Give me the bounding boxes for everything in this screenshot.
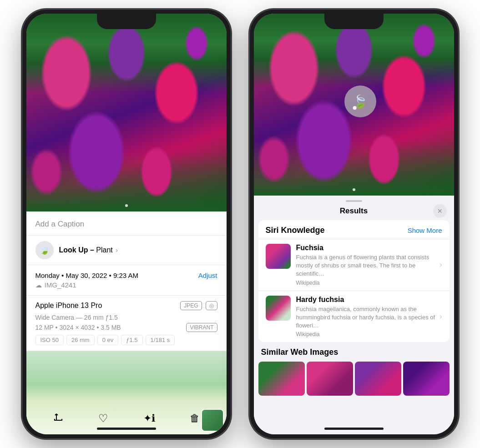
page-dot bbox=[125, 204, 128, 207]
similar-images-row bbox=[258, 362, 450, 396]
camera-info: Wide Camera — 26 mm ƒ1.5 bbox=[35, 314, 217, 321]
notch bbox=[97, 14, 156, 29]
vibrant-badge: VIBRANT bbox=[186, 323, 217, 332]
lookup-plain: Plant bbox=[96, 246, 112, 254]
siri-header: Siri Knowledge Show More bbox=[258, 220, 450, 239]
similar-image-2[interactable] bbox=[307, 362, 353, 396]
photo-area[interactable] bbox=[26, 14, 227, 211]
meta-section: Monday • May 30, 2022 • 9:23 AM Adjust ☁… bbox=[26, 265, 227, 296]
siri-knowledge-section: Siri Knowledge Show More Fuchsia Fuchsia… bbox=[258, 220, 450, 342]
phone-1-content: Add a Caption 🍃 Look Up – Plant › bbox=[26, 14, 227, 434]
resolution-info: 12 MP • 3024 × 4032 • 3.5 MB bbox=[35, 324, 121, 331]
fuchsia-title: Fuchsia bbox=[296, 244, 442, 252]
results-title: Results bbox=[340, 206, 368, 216]
notch-2 bbox=[324, 14, 384, 29]
device-section: Apple iPhone 13 Pro JPEG ◎ Wide Camera —… bbox=[26, 296, 227, 351]
results-header: Results ✕ bbox=[254, 202, 454, 220]
device-name: Apple iPhone 13 Pro bbox=[35, 302, 102, 310]
lookup-row[interactable]: 🍃 Look Up – Plant › bbox=[26, 236, 227, 265]
photo-area-2[interactable]: 🍃 bbox=[254, 14, 454, 196]
photo-date: Monday • May 30, 2022 • 9:23 AM bbox=[35, 272, 138, 279]
page-dot-2 bbox=[353, 188, 355, 191]
fuchsia-item[interactable]: Fuchsia Fuchsia is a genus of flowering … bbox=[258, 239, 450, 291]
hardy-text: Hardy fuchsia Fuchsia magellanica, commo… bbox=[296, 296, 442, 338]
lookup-dot bbox=[353, 106, 356, 110]
phone-2-screen: 🍃 Results ✕ bbox=[254, 14, 454, 434]
siri-title: Siri Knowledge bbox=[266, 226, 325, 235]
filename: IMG_4241 bbox=[45, 281, 76, 289]
focal-length: 26 mm bbox=[66, 335, 95, 345]
delete-button[interactable]: 🗑 bbox=[190, 413, 200, 424]
caption-area[interactable]: Add a Caption bbox=[26, 211, 227, 236]
lookup-label: Look Up – Plant › bbox=[59, 246, 118, 254]
hardy-source: Wikipedia bbox=[296, 331, 442, 337]
exif-row: ISO 50 26 mm 0 ev ƒ1.5 1/181 s bbox=[35, 335, 217, 345]
caption-placeholder[interactable]: Add a Caption bbox=[35, 220, 85, 228]
cloud-icon: ☁ bbox=[35, 282, 42, 289]
similar-section: Similar Web Images bbox=[254, 347, 454, 400]
fuchsia-thumbnail bbox=[266, 244, 291, 269]
show-more-button[interactable]: Show More bbox=[408, 227, 442, 234]
hardy-thumbnail bbox=[266, 296, 291, 321]
shutter-speed: 1/181 s bbox=[146, 335, 175, 345]
aperture-value: ƒ1.5 bbox=[121, 335, 142, 345]
favorite-button[interactable]: ♡ bbox=[98, 412, 108, 425]
phone-1: Add a Caption 🍃 Look Up – Plant › bbox=[22, 9, 231, 439]
iso-value: ISO 50 bbox=[35, 335, 64, 345]
home-indicator bbox=[97, 428, 156, 430]
close-icon: ✕ bbox=[437, 207, 443, 215]
lookup-bold: Look Up – bbox=[59, 246, 94, 254]
hardy-title: Hardy fuchsia bbox=[296, 296, 442, 304]
fuchsia-text: Fuchsia Fuchsia is a genus of flowering … bbox=[296, 244, 442, 286]
lookup-chevron-icon: › bbox=[116, 247, 118, 254]
adjust-button[interactable]: Adjust bbox=[198, 272, 217, 279]
similar-image-1[interactable] bbox=[258, 362, 305, 396]
device-badges: JPEG ◎ bbox=[180, 301, 217, 310]
phones-container: Add a Caption 🍃 Look Up – Plant › bbox=[0, 0, 480, 448]
fuchsia-source: Wikipedia bbox=[296, 280, 442, 286]
phone-1-screen: Add a Caption 🍃 Look Up – Plant › bbox=[26, 14, 227, 434]
hardy-image bbox=[266, 296, 291, 321]
toolbar: ♡ ✦ℹ 🗑 bbox=[26, 412, 227, 425]
ev-value: 0 ev bbox=[97, 335, 119, 345]
phone-2: 🍃 Results ✕ bbox=[249, 9, 459, 439]
hardy-fuchsia-item[interactable]: Hardy fuchsia Fuchsia magellanica, commo… bbox=[258, 291, 450, 342]
hardy-chevron-icon: › bbox=[440, 312, 442, 321]
phone-2-content: 🍃 Results ✕ bbox=[254, 14, 454, 434]
fuchsia-chevron-icon: › bbox=[440, 261, 442, 269]
close-button[interactable]: ✕ bbox=[433, 204, 447, 218]
home-indicator-2 bbox=[324, 428, 384, 430]
similar-image-4[interactable] bbox=[403, 362, 450, 396]
flower-photo-2: 🍃 bbox=[254, 14, 454, 196]
similar-title: Similar Web Images bbox=[258, 347, 450, 357]
info-button[interactable]: ✦ℹ bbox=[143, 413, 155, 424]
similar-image-3[interactable] bbox=[355, 362, 401, 396]
share-button[interactable] bbox=[53, 412, 64, 425]
settings-icon: ◎ bbox=[206, 301, 217, 310]
format-badge: JPEG bbox=[180, 301, 202, 310]
hardy-description: Fuchsia magellanica, commonly known as t… bbox=[296, 305, 442, 330]
info-button-wrapper: ✦ℹ bbox=[143, 413, 155, 424]
lookup-circle-overlay: 🍃 bbox=[344, 86, 376, 117]
results-sheet: Results ✕ Siri Knowledge Show More bbox=[254, 196, 454, 434]
flower-background bbox=[26, 14, 227, 211]
fuchsia-image bbox=[266, 244, 291, 269]
flower-photo bbox=[26, 14, 227, 211]
leaf-icon: 🍃 bbox=[40, 245, 50, 255]
lookup-icon-circle: 🍃 bbox=[35, 241, 54, 259]
fuchsia-description: Fuchsia is a genus of flowering plants t… bbox=[296, 253, 442, 278]
